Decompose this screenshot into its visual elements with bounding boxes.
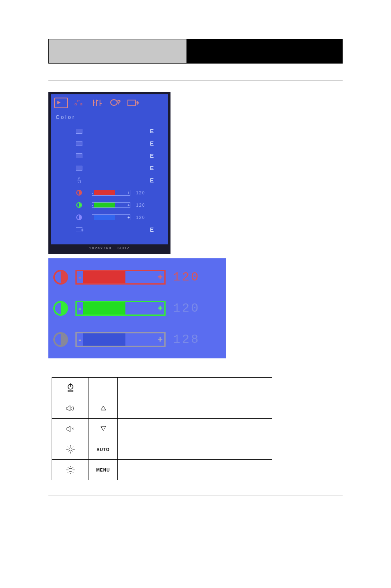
svg-line-16 <box>68 451 68 452</box>
svg-point-17 <box>69 468 72 472</box>
tools-tab-icon[interactable] <box>90 98 104 108</box>
red-channel-icon <box>76 190 82 196</box>
preset-box-icon <box>76 141 82 146</box>
button-label-cell <box>89 378 118 398</box>
blue-channel-icon <box>53 332 68 347</box>
banner-left <box>48 39 187 64</box>
exit-epsilon: E <box>150 226 155 233</box>
svg-line-23 <box>73 472 73 473</box>
blue-slider[interactable]: -+ <box>92 214 130 220</box>
svg-text:?: ? <box>117 99 120 105</box>
brightness-icon <box>66 466 75 474</box>
description-cell <box>118 419 272 439</box>
green-channel-icon <box>76 202 82 208</box>
table-row <box>52 378 272 398</box>
osd-preset-row[interactable]: E <box>75 150 163 162</box>
zoom-blue-value: 128 <box>173 333 200 346</box>
green-channel-icon <box>53 301 68 316</box>
osd-footer: 1024x768 60HZ <box>51 244 168 252</box>
banner-right <box>187 39 343 64</box>
red-slider[interactable]: -+ <box>92 190 130 196</box>
blue-value: 120 <box>136 215 145 220</box>
osd-tab-bar: RG B ? <box>51 94 168 111</box>
rule-bottom <box>48 495 343 495</box>
auto-label: AUTO <box>96 447 109 452</box>
preset-epsilon: E <box>150 165 155 171</box>
speaker-off-icon <box>66 426 75 432</box>
preset-epsilon: E <box>150 140 155 147</box>
brightness-icon <box>66 445 75 454</box>
description-cell <box>118 398 272 419</box>
svg-line-15 <box>73 447 73 447</box>
rule-top <box>48 80 343 80</box>
svg-point-8 <box>69 448 72 451</box>
preset-epsilon: E <box>150 153 155 159</box>
rgb-tab-icon[interactable]: RG B <box>72 98 86 108</box>
exit-row-icon <box>76 227 82 232</box>
osd-blue-row[interactable]: -+ 120 <box>75 211 163 223</box>
svg-point-0 <box>111 100 117 105</box>
green-slider[interactable]: -+ <box>92 202 130 208</box>
zoom-green-row: -+ 120 <box>53 296 221 321</box>
flame-icon <box>75 177 84 184</box>
blue-slider[interactable]: -+ <box>75 332 166 347</box>
table-row: MENU <box>52 460 272 480</box>
brightness-icon-cell <box>52 460 89 480</box>
menu-button-cell: MENU <box>89 460 118 480</box>
zoom-green-value: 120 <box>173 301 200 315</box>
osd-green-row[interactable]: -+ 120 <box>75 199 163 211</box>
triangle-down-icon <box>100 426 106 431</box>
zoom-red-row: -+ 120 <box>53 265 221 289</box>
preset-box-icon <box>76 129 82 134</box>
brightness-icon-cell <box>52 439 89 460</box>
up-button-cell <box>89 398 118 419</box>
footer-refresh: 60HZ <box>118 246 130 250</box>
language-tab-icon[interactable]: ? <box>108 98 122 108</box>
table-row: AUTO <box>52 439 272 460</box>
red-slider[interactable]: -+ <box>75 270 166 285</box>
zoom-blue-row: -+ 128 <box>53 327 221 352</box>
osd-section-title: Color <box>51 111 168 123</box>
triangle-up-icon <box>100 406 106 410</box>
zoom-panel: -+ 120 -+ 120 -+ 128 <box>48 258 226 358</box>
picture-tab-icon[interactable] <box>54 98 68 108</box>
svg-line-13 <box>68 447 68 447</box>
osd-preset-row[interactable]: E <box>75 162 163 174</box>
osd-screenshot: RG B ? Color E E E E E <box>48 92 170 254</box>
power-icon <box>67 383 74 392</box>
svg-line-24 <box>73 467 73 468</box>
preset-epsilon: E <box>150 128 155 134</box>
power-icon-cell <box>52 378 89 398</box>
osd-red-row[interactable]: -+ 120 <box>75 187 163 199</box>
description-cell <box>118 439 272 460</box>
preset-box-icon <box>76 166 82 171</box>
description-cell <box>118 378 272 398</box>
svg-line-14 <box>73 451 73 452</box>
speaker-on-icon <box>66 405 75 412</box>
table-row <box>52 419 272 439</box>
svg-rect-2 <box>128 100 135 106</box>
green-slider[interactable]: -+ <box>75 301 166 316</box>
svg-line-22 <box>68 467 68 468</box>
preset-epsilon: E <box>150 177 155 184</box>
exit-tab-icon[interactable] <box>126 98 140 108</box>
menu-label: MENU <box>96 468 110 472</box>
speaker-on-icon-cell <box>52 398 89 419</box>
green-value: 120 <box>136 203 145 207</box>
osd-preset-row[interactable]: E <box>75 125 163 137</box>
zoom-red-value: 120 <box>173 270 200 284</box>
control-table: AUTO MENU <box>52 377 272 480</box>
osd-exit-row[interactable]: E <box>75 223 163 236</box>
auto-button-cell: AUTO <box>89 439 118 460</box>
red-value: 120 <box>136 191 145 195</box>
osd-preset-row[interactable]: E <box>75 137 163 150</box>
preset-box-icon <box>76 153 82 158</box>
red-channel-icon <box>53 270 68 285</box>
down-button-cell <box>89 419 118 439</box>
svg-rect-5 <box>68 390 73 392</box>
header-banner <box>48 39 343 64</box>
blue-channel-icon <box>76 214 82 220</box>
osd-preset-row[interactable]: E <box>75 174 163 187</box>
svg-line-25 <box>68 472 68 473</box>
speaker-off-icon-cell <box>52 419 89 439</box>
